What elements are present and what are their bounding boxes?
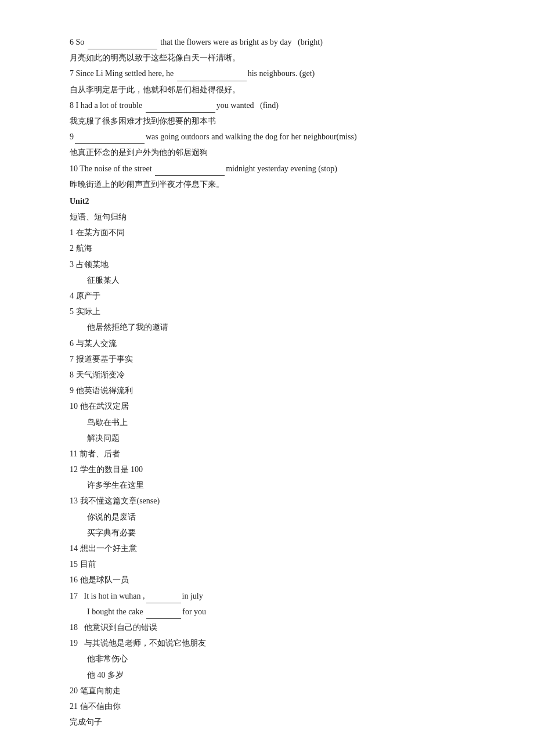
line-10a: 10 The noise of the street midnight yest…	[70, 161, 464, 176]
item-12a: 12 学生的数目是 100	[70, 462, 464, 477]
line-9b: 他真正怀念的是到户外为他的邻居遛狗	[70, 145, 464, 160]
item-5b: 他居然拒绝了我的邀请	[70, 320, 464, 334]
blank-17b	[146, 618, 181, 619]
line-6b: 月亮如此的明亮以致于这些花像白天一样清晰。	[70, 51, 464, 65]
item-15: 15 目前	[70, 557, 464, 571]
unit2-title: Unit2	[70, 194, 464, 208]
item-14: 14 想出一个好主意	[70, 541, 464, 556]
complete-sentences: 完成句子	[70, 715, 464, 729]
blank-10	[155, 175, 225, 176]
line-10b: 昨晚街道上的吵闹声直到半夜才停息下来。	[70, 177, 464, 192]
blank-8	[146, 112, 215, 113]
item-17b: I bought the cake for you	[70, 604, 464, 619]
blank-9	[75, 143, 145, 144]
item-13c: 买字典有必要	[70, 525, 464, 540]
item-19a: 19 与其说他是老师，不如说它他朋友	[70, 636, 464, 650]
item-6: 6 与某人交流	[70, 336, 464, 351]
item-20: 20 笔直向前走	[70, 683, 464, 698]
document-content: 6 So that the flowers were as bright as …	[70, 35, 464, 729]
item-3b: 征服某人	[70, 273, 464, 287]
item-3a: 3 占领某地	[70, 257, 464, 272]
line-8a: 8 I had a lot of trouble you wanted (fin…	[70, 98, 464, 113]
item-18: 18 他意识到自己的错误	[70, 620, 464, 635]
item-9: 9 他英语说得流利	[70, 383, 464, 398]
line-7a: 7 Since Li Ming settled here, he his nei…	[70, 66, 464, 81]
item-10c: 解决问题	[70, 431, 464, 445]
blank-6	[88, 49, 157, 49]
item-17a: 17 It is hot in wuhan ,in july	[70, 589, 464, 603]
item-19b: 他非常伤心	[70, 651, 464, 666]
line-9a: 9was going outdoors and walking the dog …	[70, 129, 464, 144]
item-12b: 许多学生在这里	[70, 478, 464, 492]
item-4: 4 原产于	[70, 289, 464, 303]
item-11: 11 前者、后者	[70, 447, 464, 461]
item-5a: 5 实际上	[70, 304, 464, 319]
item-19c: 他 40 多岁	[70, 668, 464, 682]
item-13a: 13 我不懂这篇文章(sense)	[70, 494, 464, 508]
line-6a: 6 So that the flowers were as bright as …	[70, 35, 464, 49]
item-2: 2 航海	[70, 241, 464, 255]
item-10a: 10 他在武汉定居	[70, 399, 464, 413]
item-10b: 鸟歇在书上	[70, 415, 464, 430]
item-7: 7 报道要基于事实	[70, 352, 464, 366]
line-7b: 自从李明定居于此，他就和邻居们相处得很好。	[70, 82, 464, 97]
summary-title: 短语、短句归纳	[70, 210, 464, 224]
item-8: 8 天气渐渐变冷	[70, 368, 464, 382]
item-1: 1 在某方面不同	[70, 225, 464, 240]
item-21: 21 信不信由你	[70, 699, 464, 714]
item-13b: 你说的是废话	[70, 510, 464, 524]
line-8b: 我克服了很多困难才找到你想要的那本书	[70, 114, 464, 128]
item-16: 16 他是球队一员	[70, 573, 464, 587]
blank-17a	[146, 603, 181, 603]
blank-7	[177, 81, 247, 81]
